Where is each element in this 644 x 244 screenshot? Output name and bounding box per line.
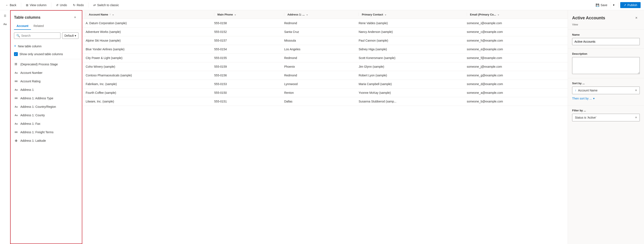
table-cell: City Power & Light (sample) [82,54,211,62]
list-item[interactable]: Address 1: Latitude [10,136,82,145]
col-header-address[interactable]: Address 1: ... ⌄ [281,10,355,19]
name-input[interactable] [572,38,640,45]
columns-list: (Deprecated) Process Stage Aa Account Nu… [10,59,82,243]
data-table-wrapper[interactable]: Account Name ↑ ⌄ Main Phone ⌄ [82,10,568,244]
text-icon: Aa [14,113,18,117]
table-cell: 555-0158 [211,19,281,28]
sort-toggle-icon-4[interactable]: ⌄ [384,13,386,16]
panel-actions: + New table column ✓ Show only unused ta… [10,41,82,59]
svg-rect-3 [16,64,17,65]
right-panel-subtitle: View [568,23,644,30]
table-row[interactable]: Contoso Pharmaceuticals (sample)555-0156… [82,71,568,80]
text-icon: Aa [14,88,18,92]
undo-button[interactable]: ↺ Undo [54,2,69,8]
col-header-primary-contact[interactable]: Primary Contact ⌄ [355,10,463,19]
list-item[interactable]: Aa Address 1: Fax [10,119,82,128]
sort-toggle-icon-2[interactable]: ⌄ [234,13,236,16]
then-sort-button[interactable]: Then sort by ... ▾ [572,95,594,102]
sort-section-label: Sort by ... [572,82,640,85]
save-dropdown-button[interactable]: ▾ [611,2,617,9]
table-cell: Adventure Works (sample) [82,28,211,36]
new-column-label: New table column [18,45,42,48]
new-column-button[interactable]: + New table column [14,42,78,50]
back-button[interactable]: ← Back [4,2,18,8]
table-row[interactable]: Blue Yonder Airlines (sample)555-0154Los… [82,45,568,54]
text-format-button[interactable]: Aa [1,20,9,28]
panel-search-row: 🔍 Default ▾ [10,30,82,41]
col-header-email[interactable]: Email (Primary Co... ⌄ [463,10,568,19]
save-button[interactable]: 💾 Save [593,2,610,8]
sort-asc-icon: ↑ [575,89,576,92]
col-divider [86,13,86,16]
panel-close-button[interactable]: × [72,14,78,21]
sort-toggle-icon-3[interactable]: ⌄ [306,13,308,16]
table-row[interactable]: Alpine Ski House (sample)555-0157Missoul… [82,36,568,45]
table-row[interactable]: Litware, Inc. (sample)555-0151DallasSusa… [82,97,568,106]
dash-icon [14,96,18,100]
view-column-button[interactable]: ⊞ View column [24,2,48,8]
svg-rect-2 [15,64,16,65]
svg-rect-8 [15,132,18,132]
check-icon: ✓ [15,53,17,56]
unused-columns-row[interactable]: ✓ Show only unused table columns [14,51,78,57]
table-row[interactable]: Fabrikam, Inc. (sample)555-0153LynnwoodM… [82,80,568,89]
unused-columns-checkbox[interactable]: ✓ [14,52,18,56]
list-item[interactable]: Account Rating [10,77,82,86]
sort-clear-button[interactable]: × [635,89,637,92]
default-dropdown[interactable]: Default ▾ [62,33,78,39]
col-header-main-phone[interactable]: Main Phone ⌄ [211,10,281,19]
list-item[interactable]: Address 1: Address Type [10,94,82,103]
menu-button[interactable]: ☰ [1,12,9,20]
publish-button[interactable]: ↗ Publish [620,2,640,8]
table-cell: Scott Konersmann (sample) [355,54,463,62]
table-cell: 555-0157 [211,36,281,45]
list-item[interactable]: Aa Address 1: County [10,111,82,119]
dash-icon [14,130,18,134]
right-panel-close-button[interactable]: × [633,15,640,21]
description-section-label: Description [572,52,640,55]
search-icon: 🔍 [16,34,20,37]
sort-toggle-icon[interactable]: ⌄ [112,13,114,16]
table-cell: someone_h@example.com [463,36,568,45]
table-cell: Yvonne McKay (sample) [355,89,463,97]
table-cell: someone_f@example.com [463,54,568,62]
search-input[interactable] [21,34,58,37]
table-row[interactable]: Coho Winery (sample)555-0159PhoenixJim G… [82,62,568,71]
table-cell: someone_i@example.com [463,19,568,28]
panel-header: Table columns × [10,11,82,23]
table-cell: Sidney Higa (sample) [355,45,463,54]
table-cell: Missoula [281,36,355,45]
list-item[interactable]: Aa Address 1: Country/Region [10,103,82,111]
right-panel-filter-section: Filter by ... Status is 'Active' × [568,105,644,126]
list-item[interactable]: Aa Account Number [10,69,82,77]
list-item[interactable]: Address 1: Freight Terms [10,128,82,136]
list-item[interactable]: (Deprecated) Process Stage [10,60,82,69]
sort-toggle-icon-5[interactable]: ⌄ [497,13,500,16]
tab-account[interactable]: Account [14,23,31,30]
back-label: Back [10,4,16,7]
table-row[interactable]: Adventure Works (sample)555-0152Santa Cr… [82,28,568,36]
col-divider [358,13,359,16]
switch-classic-button[interactable]: ⇄ Switch to classic [91,2,121,8]
table-cell: 555-0153 [211,80,281,89]
redo-button[interactable]: ↻ Redo [71,2,86,8]
table-row[interactable]: City Power & Light (sample)555-0155Redmo… [82,54,568,62]
col-divider [214,13,214,16]
col-divider [467,13,467,16]
table-row[interactable]: A. Datum Corporation (sample)555-0158Red… [82,19,568,28]
filter-clear-button[interactable]: × [635,116,637,119]
table-row[interactable]: Fourth Coffee (sample)555-0150RentonYvon… [82,89,568,97]
svg-rect-6 [15,98,18,98]
list-item[interactable]: Aa Address 1 [10,86,82,94]
tab-related[interactable]: Related [31,23,46,30]
table-cell: 555-0154 [211,45,281,54]
sort-item: ↑ Account Name × [572,87,640,94]
col-header-account-name[interactable]: Account Name ↑ ⌄ [82,10,211,19]
table-cell: Rene Valdes (sample) [355,19,463,28]
description-textarea[interactable] [572,57,640,74]
table-cell: Fourth Coffee (sample) [82,89,211,97]
svg-rect-10 [15,140,18,141]
right-panel-header: Active Accounts × [568,10,644,23]
column-name: Account Number [20,71,42,75]
svg-rect-11 [15,141,18,141]
